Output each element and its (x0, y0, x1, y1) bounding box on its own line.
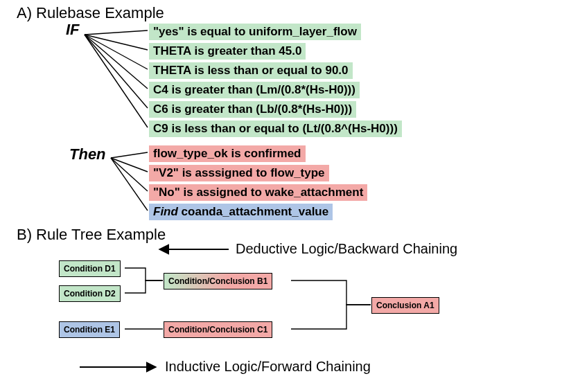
keyword-then: Then (69, 145, 106, 163)
svg-line-3 (85, 35, 148, 89)
keyword-if: IF (66, 21, 80, 39)
then-action-1: "V2" is asssigned to flow_type (149, 165, 329, 181)
if-rule-0: "yes" is equal to uniform_layer_flow (149, 24, 361, 40)
section-b-title: B) Rule Tree Example (17, 226, 166, 244)
then-action-0: flow_type_ok is confirmed (149, 145, 306, 162)
box-condition-d1: Condition D1 (59, 260, 121, 277)
then-find-rest: coanda_attachment_value (178, 205, 328, 218)
section-a-title: A) Rulebase Example (17, 4, 164, 22)
box-condition-d2: Condition D2 (59, 285, 121, 302)
svg-line-1 (85, 35, 148, 50)
svg-line-5 (85, 35, 148, 127)
svg-line-2 (85, 35, 148, 69)
box-condition-conclusion-b1: Condition/Conclusion B1 (164, 273, 272, 289)
if-rule-5: C9 is less than or equal to (Lt/(0.8^(Hs… (149, 121, 402, 137)
svg-line-6 (111, 152, 148, 158)
label-inductive: Inductive Logic/Forward Chaining (165, 359, 371, 375)
if-rule-3: C4 is greater than (Lm/(0.8*(Hs-H0))) (149, 82, 360, 98)
then-action-2: "No" is assigned to wake_attachment (149, 184, 367, 201)
svg-line-7 (111, 158, 148, 172)
if-rule-2: THETA is less than or equal to 90.0 (149, 62, 353, 79)
box-conclusion-a1: Conclusion A1 (371, 297, 439, 314)
page-root: A) Rulebase Example IF Then "yes" is equ… (0, 0, 580, 392)
svg-line-0 (85, 30, 148, 35)
then-find: Find coanda_attachment_value (149, 204, 333, 220)
then-find-prefix: Find (153, 205, 178, 218)
label-deductive: Deductive Logic/Backward Chaining (236, 241, 457, 257)
svg-line-8 (111, 158, 148, 191)
svg-line-9 (111, 158, 148, 211)
if-rule-1: THETA is greater than 45.0 (149, 43, 306, 60)
svg-line-4 (85, 35, 148, 108)
box-condition-conclusion-c1: Condition/Conclusion C1 (164, 321, 272, 338)
if-rule-4: C6 is greater than (Lb/(0.8*(Hs-H0))) (149, 101, 356, 118)
box-condition-e1: Condition E1 (59, 321, 120, 338)
